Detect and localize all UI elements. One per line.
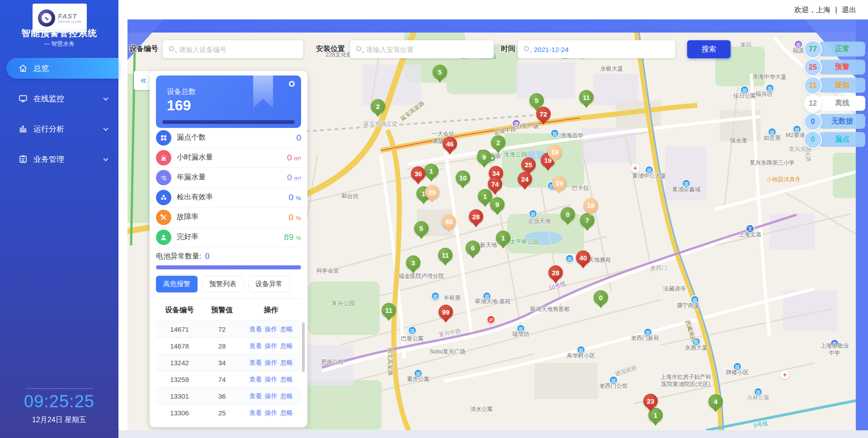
marker-normal-6[interactable]: 6: [466, 240, 480, 255]
row-action-view[interactable]: 查看: [250, 359, 262, 366]
marker-suspect-19[interactable]: 19: [552, 176, 566, 190]
legend-count: 0: [804, 113, 822, 131]
row-action-operate[interactable]: 操作: [265, 359, 278, 366]
map-place-label: 上海市红房子妇产科 医院黄浦院区(北区): [660, 374, 712, 388]
legend-count: 77: [804, 40, 822, 58]
cell-device-id: 14678: [156, 342, 203, 350]
marker-alarm-23[interactable]: 23: [643, 394, 658, 408]
cell-alarm-value: 36: [203, 392, 241, 400]
battery-label: 电池异常数量:: [156, 252, 201, 261]
marker-normal-11[interactable]: 11: [382, 303, 396, 317]
row-action-operate[interactable]: 操作: [265, 409, 278, 416]
marker-normal-1[interactable]: 1: [496, 231, 510, 245]
row-action-view[interactable]: 查看: [250, 392, 262, 400]
marker-normal-4[interactable]: 4: [708, 394, 723, 409]
row-action-ignore[interactable]: 忽略: [280, 325, 293, 333]
row-action-ignore[interactable]: 忽略: [280, 409, 293, 416]
row-action-operate[interactable]: 操作: [265, 392, 278, 400]
marker-normal-0[interactable]: 0: [594, 290, 608, 305]
cell-actions: 查看操作忽略: [241, 342, 301, 350]
row-action-ignore[interactable]: 忽略: [280, 376, 293, 383]
sidebar-item-2[interactable]: 运行分析: [6, 118, 118, 139]
cell-alarm-value: 72: [203, 325, 241, 333]
hospital-poi-icon: +: [780, 370, 789, 379]
logout-link[interactable]: 退出: [842, 6, 856, 14]
map-place-label: 复兴公园: [331, 300, 355, 307]
marker-suspect-19[interactable]: 19: [584, 198, 598, 212]
search-button[interactable]: 搜索: [687, 40, 731, 58]
tab-1[interactable]: 预警列表: [202, 276, 244, 292]
row-action-ignore[interactable]: 忽略: [280, 342, 293, 349]
building-poi-icon: ▥: [550, 129, 559, 138]
stat-row-4: 故障率0 %: [156, 207, 301, 227]
row-action-operate[interactable]: 操作: [265, 325, 278, 333]
row-action-operate[interactable]: 操作: [265, 342, 278, 349]
map-place-label: 科学会堂: [316, 268, 339, 275]
row-action-view[interactable]: 查看: [250, 409, 262, 416]
table-scrollbar[interactable]: [302, 322, 305, 372]
marker-normal-9[interactable]: 9: [477, 150, 491, 164]
device-id-input[interactable]: [163, 40, 303, 58]
map-place-label: 延安东路立交: [364, 121, 398, 128]
install-location-input[interactable]: [350, 40, 494, 58]
row-action-operate[interactable]: 操作: [265, 376, 278, 383]
stat-row-5: 完好率89 %: [156, 227, 301, 247]
row-action-view[interactable]: 查看: [250, 342, 262, 349]
sidebar-item-1[interactable]: 在线监控: [6, 88, 118, 109]
bar-chart-icon: [18, 124, 28, 134]
marker-alarm-99[interactable]: 99: [439, 305, 453, 319]
map-place-label: 巴卡拉: [572, 185, 589, 192]
marker-normal-5[interactable]: 5: [529, 93, 544, 108]
map-place-label: 企业天地: [528, 218, 551, 225]
marker-suspect-19[interactable]: 19: [547, 145, 562, 159]
marker-normal-0[interactable]: 0: [561, 207, 575, 221]
map-canvas[interactable]: 设备编号 安装位置 时间 搜索 « 设备总数 169 漏点个数0小时漏水量0 m…: [127, 19, 868, 430]
marker-alarm-25[interactable]: 25: [521, 157, 536, 172]
header-divider: |: [835, 6, 837, 14]
tab-0[interactable]: 高危报警: [156, 276, 198, 292]
marker-normal-10[interactable]: 10: [456, 170, 470, 185]
sidebar-item-0[interactable]: 总览: [6, 58, 118, 79]
marker-normal-1[interactable]: 1: [424, 164, 439, 178]
marker-alarm-24[interactable]: 24: [518, 172, 532, 186]
clipboard-icon: [18, 154, 28, 164]
row-action-view[interactable]: 查看: [250, 325, 262, 333]
install-location-label: 安装位置: [316, 44, 345, 54]
marker-suspect-40[interactable]: 40: [442, 214, 456, 229]
marker-alarm-40[interactable]: 40: [576, 250, 590, 265]
marker-normal-2[interactable]: 2: [491, 135, 505, 150]
marker-normal-11[interactable]: 11: [579, 90, 594, 104]
stat-value: 0 m³: [287, 153, 301, 163]
tab-2[interactable]: 设备异常: [248, 276, 290, 292]
marker-normal-11[interactable]: 11: [438, 248, 453, 262]
stat-label: 完好率: [177, 232, 198, 242]
map-place-label: 思南公馆: [321, 359, 344, 366]
marker-normal-3[interactable]: 3: [406, 255, 420, 270]
row-action-view[interactable]: 查看: [250, 376, 262, 383]
marker-alarm-72[interactable]: 72: [536, 107, 551, 121]
date-input[interactable]: [518, 40, 675, 58]
marker-alarm-74[interactable]: 74: [488, 177, 502, 191]
row-action-ignore[interactable]: 忽略: [280, 359, 293, 366]
marker-normal-2[interactable]: 2: [371, 99, 385, 113]
radio-dot-icon[interactable]: [289, 81, 295, 87]
sidebar-item-3[interactable]: 业务管理: [6, 149, 118, 170]
building-poi-icon: ▥: [528, 209, 538, 218]
marker-alarm-36[interactable]: 36: [411, 166, 425, 181]
map-place-label: 和合坊: [341, 193, 359, 200]
row-action-ignore[interactable]: 忽略: [280, 392, 293, 400]
stats-panel: 设备总数 169 漏点个数0小时漏水量0 m³年漏水量0 m³检出有效率0 %故…: [150, 71, 307, 427]
marker-alarm-46[interactable]: 46: [443, 137, 457, 151]
marker-alarm-28[interactable]: 28: [548, 265, 563, 280]
metro-transfer-icon: ⇄: [486, 315, 495, 324]
cell-alarm-value: 74: [203, 376, 241, 383]
marker-normal-5[interactable]: 5: [433, 65, 447, 79]
marker-normal-5[interactable]: 5: [414, 221, 429, 235]
legend-label: 疑似: [819, 78, 865, 93]
map-place-label: 牌楼小区: [726, 369, 749, 377]
marker-suspect-25[interactable]: 25: [425, 185, 439, 199]
map-place-label: 寿华村小区: [567, 353, 595, 360]
marker-alarm-28[interactable]: 28: [469, 209, 483, 224]
marker-normal-9[interactable]: 9: [490, 197, 505, 212]
clock: 09:25:25 12月24日 星期五: [0, 388, 118, 438]
